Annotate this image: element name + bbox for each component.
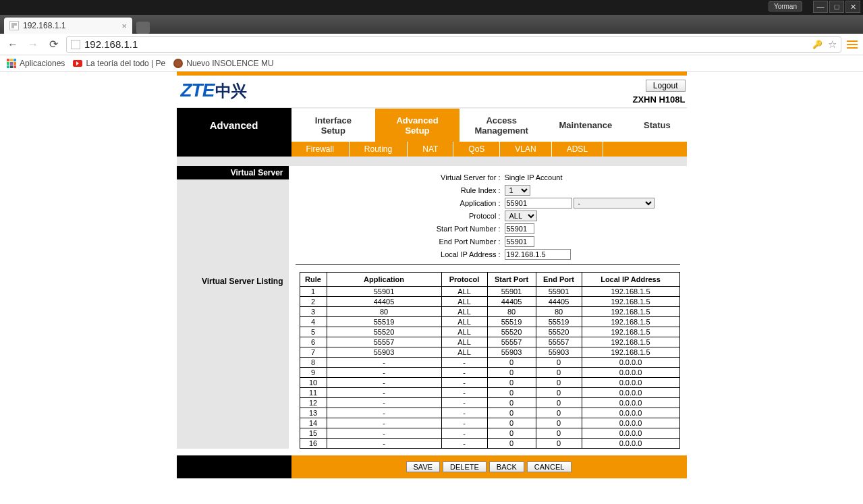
back-button[interactable]: ← [5, 37, 20, 52]
table-row[interactable]: 244405ALL4440544405192.168.1.5 [300, 297, 679, 307]
cancel-button[interactable]: CANCEL [527, 461, 572, 472]
application-input[interactable] [505, 198, 572, 208]
maximize-button[interactable]: □ [829, 1, 844, 13]
subnav-vlan[interactable]: VLAN [500, 142, 551, 157]
local-ip-input[interactable] [505, 249, 571, 260]
protocol-select[interactable]: ALL [505, 211, 537, 221]
cell-app: - [327, 378, 441, 388]
cell-app: - [327, 439, 441, 449]
cell-app: - [327, 368, 441, 378]
cell-start: 55520 [487, 327, 536, 337]
table-row[interactable]: 455519ALL5551955519192.168.1.5 [300, 317, 679, 327]
browser-menu-button[interactable] [847, 40, 858, 49]
th-rule: Rule [300, 273, 327, 287]
table-row[interactable]: 10--000.0.0.0 [300, 378, 679, 388]
table-row[interactable]: 555520ALL5552055520192.168.1.5 [300, 327, 679, 337]
table-row[interactable]: 380ALL8080192.168.1.5 [300, 307, 679, 317]
cell-end: 55557 [536, 337, 582, 347]
cell-start: 80 [487, 307, 536, 317]
table-row[interactable]: 15--000.0.0.0 [300, 428, 679, 439]
cell-end: 55520 [536, 327, 582, 337]
table-row[interactable]: 16--000.0.0.0 [300, 439, 679, 449]
bookmark-insolence[interactable]: Nuevo INSOLENCE MU [173, 59, 273, 68]
apps-label: Aplicaciones [20, 59, 65, 68]
row-protocol: Protocol : ALL [296, 210, 680, 222]
cell-proto: - [441, 408, 487, 418]
reload-button[interactable]: ⟳ [46, 37, 61, 52]
cell-proto: - [441, 388, 487, 398]
application-label: Application : [296, 199, 505, 207]
password-key-icon[interactable]: 🔑 [812, 40, 823, 49]
address-bar[interactable]: 192.168.1.1 🔑 ☆ [66, 36, 841, 53]
cell-ip: 0.0.0.0 [582, 378, 679, 388]
user-badge[interactable]: Yorman [769, 1, 802, 11]
row-end-port: End Port Number : [296, 235, 680, 248]
cell-ip: 192.168.1.5 [582, 347, 679, 358]
cell-start: 0 [487, 428, 536, 439]
cell-rule: 13 [300, 408, 327, 418]
cell-end: 55901 [536, 287, 582, 297]
cell-start: 55901 [487, 287, 536, 297]
nav-advanced-setup[interactable]: Advanced Setup [375, 108, 460, 142]
youtube-icon [73, 60, 82, 67]
address-text: 192.168.1.1 [84, 38, 138, 50]
tab-title: 192.168.1.1 [23, 21, 65, 30]
close-window-button[interactable]: ✕ [845, 1, 860, 13]
cell-ip: 192.168.1.5 [582, 297, 679, 307]
nav-interface-setup[interactable]: Interface Setup [291, 108, 376, 142]
cell-rule: 4 [300, 317, 327, 327]
back-action-button[interactable]: BACK [489, 461, 524, 472]
bookmark-star-icon[interactable]: ☆ [828, 38, 837, 51]
table-row[interactable]: 12--000.0.0.0 [300, 398, 679, 408]
subnav-nat[interactable]: NAT [408, 142, 453, 157]
table-row[interactable]: 8--000.0.0.0 [300, 358, 679, 368]
cell-ip: 0.0.0.0 [582, 439, 679, 449]
browser-tab[interactable]: 192.168.1.1 × [4, 18, 132, 34]
model-label: ZXHN H108L [632, 94, 685, 105]
cell-ip: 192.168.1.5 [582, 337, 679, 347]
save-button[interactable]: SAVE [406, 461, 441, 472]
cell-ip: 192.168.1.5 [582, 307, 679, 317]
nav-maintenance[interactable]: Maintenance [544, 108, 628, 142]
table-row[interactable]: 14--000.0.0.0 [300, 418, 679, 428]
table-row[interactable]: 655557ALL5555755557192.168.1.5 [300, 337, 679, 347]
subnav-firewall[interactable]: Firewall [291, 142, 350, 157]
nav-access-management[interactable]: Access Management [460, 108, 544, 142]
forward-button[interactable]: → [26, 37, 40, 52]
footer: SAVE DELETE BACK CANCEL [177, 455, 687, 478]
nav-status[interactable]: Status [628, 108, 686, 142]
minimize-button[interactable]: — [813, 1, 828, 13]
table-row[interactable]: 755903ALL5590355903192.168.1.5 [300, 347, 679, 358]
end-port-input[interactable] [505, 236, 534, 247]
cell-start: 55903 [487, 347, 536, 358]
cell-proto: - [441, 378, 487, 388]
cell-rule: 6 [300, 337, 327, 347]
subnav-adsl[interactable]: ADSL [552, 142, 603, 157]
new-tab-button[interactable] [136, 22, 150, 34]
table-row[interactable]: 11--000.0.0.0 [300, 388, 679, 398]
delete-button[interactable]: DELETE [443, 461, 486, 472]
cell-proto: ALL [441, 307, 487, 317]
table-row[interactable]: 9--000.0.0.0 [300, 368, 679, 378]
bookmark-youtube[interactable]: La teoría del todo | Pe [73, 59, 165, 68]
cell-app: 55557 [327, 337, 441, 347]
cell-proto: ALL [441, 317, 487, 327]
table-row[interactable]: 13--000.0.0.0 [300, 408, 679, 418]
apps-bookmark[interactable]: Aplicaciones [7, 59, 65, 68]
cell-ip: 0.0.0.0 [582, 368, 679, 378]
cell-rule: 9 [300, 368, 327, 378]
rule-index-select[interactable]: 1 [505, 185, 530, 196]
logout-button[interactable]: Logout [646, 80, 686, 92]
subnav-routing[interactable]: Routing [350, 142, 408, 157]
table-row[interactable]: 155901ALL5590155901192.168.1.5 [300, 287, 679, 297]
start-port-input[interactable] [505, 223, 534, 234]
sidebar: Virtual Server Virtual Server Listing [177, 166, 289, 449]
section-listing-label: Virtual Server Listing [177, 274, 289, 286]
row-vs-for: Virtual Server for : Single IP Account [296, 171, 680, 184]
cell-start: 0 [487, 418, 536, 428]
cell-proto: - [441, 428, 487, 439]
application-preset-select[interactable]: - [574, 198, 655, 208]
cell-end: 0 [536, 368, 582, 378]
subnav-qos[interactable]: QoS [453, 142, 500, 157]
tab-close-icon[interactable]: × [121, 21, 127, 31]
